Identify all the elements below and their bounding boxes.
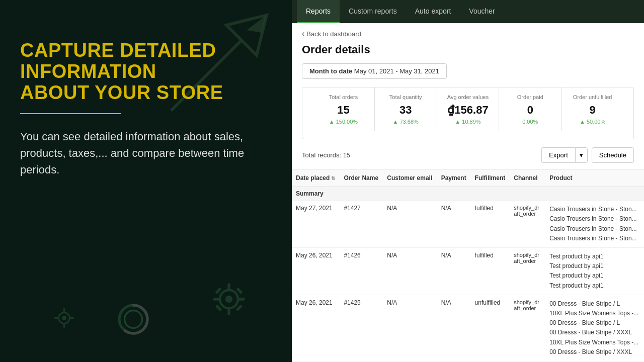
svg-rect-14	[63, 324, 65, 328]
summary-row: Summary	[292, 187, 644, 201]
col-channel: Channel	[510, 169, 545, 187]
svg-rect-13	[63, 308, 65, 312]
metric-total-orders: Total orders 15 150.00%	[312, 87, 375, 131]
cell-channel: shopify_draft_order	[510, 295, 545, 361]
svg-rect-8	[236, 288, 243, 294]
cell-payment: N/A	[437, 295, 471, 361]
progress-circle-icon	[116, 302, 151, 337]
cell-date: May 27, 2021	[292, 201, 340, 248]
svg-rect-15	[54, 317, 58, 319]
metric-avg-order-value: Avg order values ₫156.87 10.89%	[437, 87, 500, 131]
tab-voucher[interactable]: Voucher	[460, 0, 504, 23]
tab-reports[interactable]: Reports	[297, 0, 340, 23]
col-order-name: Order Name	[340, 169, 383, 187]
tab-custom-reports[interactable]: Custom reports	[340, 0, 406, 23]
export-button[interactable]: Export	[541, 147, 575, 163]
page-title: Order details	[292, 41, 644, 63]
headline: CAPTURE DETAILED INFORMATION ABOUT YOUR …	[20, 40, 272, 103]
nav-tabs: Reports Custom reports Auto export Vouch…	[292, 0, 644, 23]
data-table: Date placed Order Name Customer email Pa…	[292, 169, 644, 362]
cell-fulfillment: fulfilled	[471, 201, 510, 248]
left-content: CAPTURE DETAILED INFORMATION ABOUT YOUR …	[0, 0, 292, 198]
svg-rect-7	[215, 288, 221, 294]
col-payment: Payment	[437, 169, 471, 187]
col-customer-email: Customer email	[383, 169, 437, 187]
svg-rect-5	[213, 298, 220, 300]
cell-order: #1425	[340, 295, 383, 361]
cell-payment: N/A	[437, 201, 471, 248]
summary-label: Summary	[292, 187, 644, 201]
divider	[20, 113, 121, 114]
svg-point-2	[225, 296, 232, 303]
right-panel: Reports Custom reports Auto export Vouch…	[292, 0, 644, 362]
cell-product: 00 Dresss - Blue Stripe / L10XL Plus Siz…	[545, 295, 644, 361]
actions-group: Export ▾ Schedule	[541, 147, 634, 163]
records-count: Total records: 15	[302, 151, 350, 159]
date-range-button[interactable]: Month to date May 01, 2021 - May 31, 202…	[302, 63, 447, 79]
svg-point-12	[62, 316, 66, 320]
schedule-button[interactable]: Schedule	[592, 147, 634, 163]
cell-product: Test product by api1Test product by api1…	[545, 248, 644, 295]
metric-order-paid: Order paid 0 0.00%	[499, 87, 561, 131]
export-dropdown-button[interactable]: ▾	[575, 147, 588, 163]
svg-rect-3	[227, 284, 230, 291]
svg-point-19	[125, 311, 142, 328]
table-row: May 27, 2021 #1427 N/A N/A fulfilled sho…	[292, 201, 644, 248]
svg-rect-6	[238, 298, 245, 300]
subtext: You can see detailed information about s…	[20, 128, 272, 178]
cell-fulfillment: unfulfilled	[471, 295, 510, 361]
cell-email: N/A	[383, 295, 437, 361]
back-link[interactable]: Back to dashboard	[292, 23, 644, 41]
table-row: May 26, 2021 #1426 N/A N/A fulfilled sho…	[292, 248, 644, 295]
date-range-row: Month to date May 01, 2021 - May 31, 202…	[292, 63, 644, 87]
main-content: Back to dashboard Order details Month to…	[292, 23, 644, 362]
tab-auto-export[interactable]: Auto export	[406, 0, 460, 23]
left-panel: CAPTURE DETAILED INFORMATION ABOUT YOUR …	[0, 0, 292, 362]
gear-large-icon	[206, 277, 252, 322]
cell-channel: shopify_draft_order	[510, 201, 545, 248]
col-date-placed[interactable]: Date placed	[292, 169, 340, 187]
cell-product: Casio Trousers in Stone - Ston...Casio T…	[545, 201, 644, 248]
gear-small-icon	[50, 304, 78, 332]
cell-order: #1427	[340, 201, 383, 248]
metric-total-quantity: Total quantity 33 73.68%	[375, 87, 437, 131]
col-product: Product	[545, 169, 644, 187]
cell-date: May 26, 2021	[292, 295, 340, 361]
col-fulfillment: Fulfillment	[471, 169, 510, 187]
metric-order-unfulfilled: Order unfulfilled 9 50.00%	[561, 87, 623, 131]
cell-email: N/A	[383, 248, 437, 295]
cell-email: N/A	[383, 201, 437, 248]
table-row: May 26, 2021 #1425 N/A N/A unfulfilled s…	[292, 295, 644, 361]
records-row: Total records: 15 Export ▾ Schedule	[292, 147, 644, 169]
cell-payment: N/A	[437, 248, 471, 295]
cell-date: May 26, 2021	[292, 248, 340, 295]
cell-fulfillment: fulfilled	[471, 248, 510, 295]
svg-rect-4	[227, 308, 230, 315]
svg-rect-16	[70, 317, 74, 319]
cell-order: #1426	[340, 248, 383, 295]
metrics-row: Total orders 15 150.00% Total quantity 3…	[302, 87, 634, 139]
cell-channel: shopify_draft_order	[510, 248, 545, 295]
